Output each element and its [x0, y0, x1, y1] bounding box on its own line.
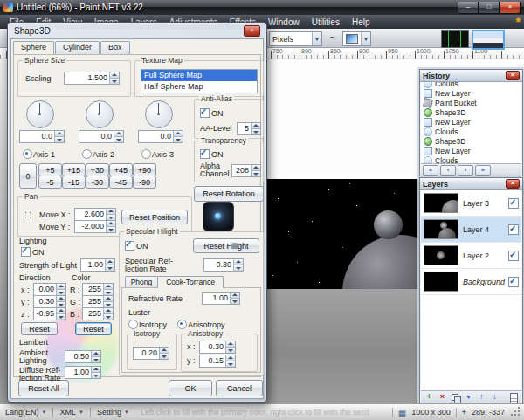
strength-spinner[interactable]: 1.00	[80, 258, 115, 272]
rotation-dial-1[interactable]	[26, 100, 54, 128]
history-item[interactable]: New Layer	[421, 146, 521, 155]
tab-cook-torrance[interactable]: Cook-Torrance	[157, 276, 224, 288]
history-item[interactable]: Clouds	[421, 127, 521, 136]
refractive-spinner[interactable]: 1.00	[202, 292, 240, 305]
rotation-value-1-spinner[interactable]: 0.0	[19, 130, 65, 143]
scaling-spinner[interactable]: 1.500	[64, 72, 120, 85]
rotate-minus30-button[interactable]: -30	[86, 176, 109, 189]
rotate-plus45-button[interactable]: +45	[109, 163, 133, 176]
history-item[interactable]: Shape3D	[421, 107, 521, 117]
reset-color-button[interactable]: Reset	[75, 322, 112, 335]
specular-on-checkbox[interactable]	[125, 241, 134, 251]
image-thumbnail-2[interactable]	[472, 30, 505, 50]
specular-reflection-spinner[interactable]: 0.30	[203, 258, 244, 272]
tab-box[interactable]: Box	[100, 41, 130, 54]
dialog-close-button[interactable]	[244, 25, 260, 37]
fast-forward-button[interactable]	[475, 165, 491, 176]
menu-utilities[interactable]: Utilities	[306, 17, 346, 28]
cancel-button[interactable]: Cancel	[216, 380, 263, 396]
layer-properties-button[interactable]	[507, 392, 519, 403]
layer-row[interactable]: Layer 3	[421, 190, 521, 217]
tab-phong[interactable]: Phong	[125, 276, 158, 288]
anisotropy-radio[interactable]	[177, 320, 187, 329]
rotation-dial-2[interactable]	[86, 100, 114, 128]
anti-alias-on-checkbox[interactable]	[200, 108, 210, 118]
duplicate-layer-button[interactable]	[450, 392, 461, 403]
rotate-plus90-button[interactable]: +90	[133, 163, 156, 176]
maximize-button[interactable]: □	[479, 2, 500, 14]
aa-level-spinner[interactable]: 5	[237, 122, 261, 135]
setting-selector[interactable]: Setting ▼	[95, 408, 131, 417]
history-item[interactable]: Paint Bucket	[421, 98, 521, 107]
dir-z-spinner[interactable]: -0.95	[33, 307, 66, 320]
rotation-dial-3[interactable]	[145, 100, 173, 128]
lang-selector[interactable]: Lang(EN) ▼	[3, 408, 48, 417]
rotate-plus30-button[interactable]: +30	[86, 163, 109, 176]
pan-joystick[interactable]	[203, 202, 234, 231]
lighting-on-checkbox[interactable]	[21, 247, 31, 257]
swatch-dropdown[interactable]: ▼	[342, 31, 371, 46]
menu-window[interactable]: Window	[262, 17, 306, 28]
layer-visibility-checkbox[interactable]	[508, 277, 519, 287]
menu-help[interactable]: Help	[346, 17, 376, 28]
list-item[interactable]: Full Sphere Map	[141, 70, 257, 81]
reset-direction-button[interactable]: Reset	[21, 322, 58, 335]
history-item[interactable]: Clouds	[421, 82, 521, 88]
redo-button[interactable]	[458, 165, 473, 176]
col-r-spinner[interactable]: 255	[82, 283, 114, 296]
rotation-value-2-spinner[interactable]: 0.0	[79, 130, 124, 143]
layer-visibility-checkbox[interactable]	[508, 251, 519, 261]
history-item[interactable]: Shape3D	[421, 136, 521, 146]
merge-layer-down-button[interactable]	[463, 392, 474, 403]
isotropy-spinner[interactable]: 0.20	[133, 347, 169, 360]
move-layer-up-button[interactable]	[476, 392, 487, 403]
history-close-button[interactable]	[506, 71, 520, 80]
reset-position-button[interactable]: Reset Position	[121, 210, 188, 224]
reset-rotation-button[interactable]: Reset Rotation	[194, 186, 264, 202]
xml-selector[interactable]: XML ▼	[58, 408, 85, 417]
rotate-plus5-button[interactable]: +5	[38, 163, 62, 176]
add-layer-button[interactable]	[424, 392, 435, 403]
close-button[interactable]: ×	[500, 2, 521, 14]
transparency-on-checkbox[interactable]	[200, 149, 210, 159]
layers-close-button[interactable]	[506, 179, 520, 189]
list-item[interactable]: Half Sphere Map	[141, 81, 257, 93]
resize-grip[interactable]	[510, 407, 521, 417]
texture-map-list[interactable]: Full Sphere Map Half Sphere Map	[141, 69, 258, 93]
move-x-spinner[interactable]: 2.600	[74, 208, 116, 221]
dir-y-spinner[interactable]: 0.30	[33, 295, 66, 308]
isotropy-radio[interactable]	[128, 320, 138, 329]
aniso-y-spinner[interactable]: 0.15	[199, 355, 236, 368]
layer-row[interactable]: Layer 4	[421, 217, 521, 243]
minimize-button[interactable]: –	[458, 2, 479, 14]
move-layer-down-button[interactable]	[489, 392, 500, 403]
rotation-value-3-spinner[interactable]: 0.0	[138, 130, 183, 143]
rotate-minus45-button[interactable]: -45	[109, 176, 133, 189]
axis-2-radio[interactable]	[82, 149, 92, 159]
history-item[interactable]: New Layer	[421, 117, 521, 127]
delete-layer-button[interactable]	[437, 392, 448, 403]
rotate-minus15-button[interactable]: -15	[62, 176, 86, 189]
pan-pad-icon[interactable]	[23, 210, 34, 221]
ambient-spinner[interactable]: 0.50	[65, 350, 101, 363]
rotate-minus5-button[interactable]: -5	[38, 176, 62, 189]
axis-1-radio[interactable]	[23, 149, 32, 159]
tab-cylinder[interactable]: Cylinder	[55, 41, 100, 54]
image-thumbnail-1[interactable]	[441, 30, 469, 48]
axis-3-radio[interactable]	[141, 149, 151, 159]
diffuse-spinner[interactable]: 1.00	[65, 366, 101, 379]
history-item[interactable]: New Layer	[421, 88, 521, 98]
rotate-minus90-button[interactable]: -90	[133, 176, 156, 189]
layer-visibility-checkbox[interactable]	[508, 198, 519, 209]
alpha-channel-spinner[interactable]: 208	[231, 164, 261, 177]
curve-icon[interactable]: ~	[325, 31, 341, 46]
col-g-spinner[interactable]: 255	[82, 295, 114, 308]
rotate-plus15-button[interactable]: +15	[62, 163, 86, 176]
tab-sphere[interactable]: Sphere	[13, 41, 54, 54]
layer-row[interactable]: Layer 2	[421, 243, 521, 269]
undo-button[interactable]	[440, 165, 456, 176]
aniso-x-spinner[interactable]: 0.30	[199, 341, 236, 354]
dir-x-spinner[interactable]: 0.00	[33, 283, 66, 296]
reset-hilight-button[interactable]: Reset Hilight	[193, 238, 259, 253]
rewind-button[interactable]	[423, 165, 438, 176]
